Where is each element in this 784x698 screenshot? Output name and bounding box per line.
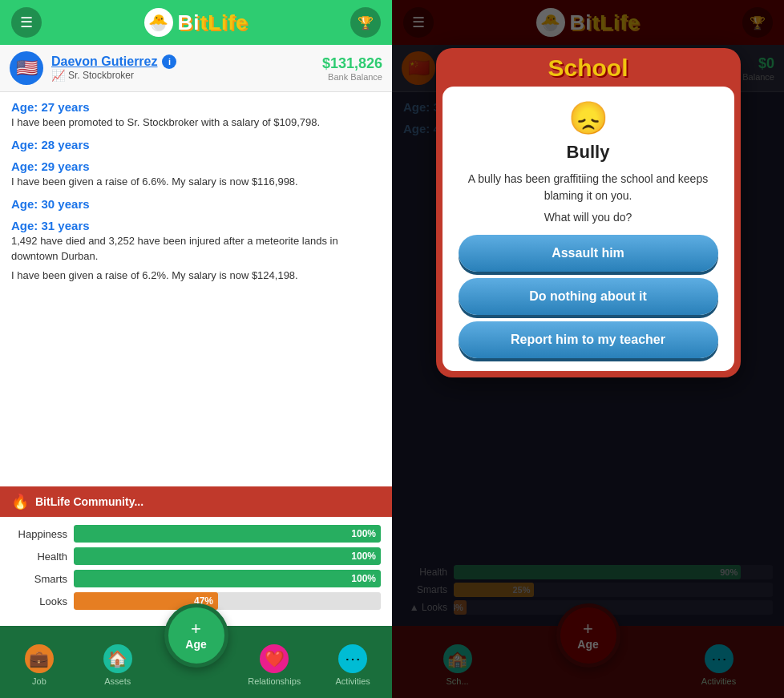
nav-item-assets[interactable]: 🏠 Assets [79,638,157,686]
hamburger-icon: ☰ [20,15,33,30]
stat-row-smarts: Smarts 100% [11,570,381,587]
stat-value-smarts: 100% [351,573,376,584]
left-panel: ☰ 🐣 BitLife 🏆 🇺🇸 Daevon Gutierrez i 📈 Sr… [0,0,392,698]
logo-text-left: BitLife [178,10,249,35]
logo-icon-left: 🐣 [144,8,173,37]
age-button[interactable]: + Age [164,603,228,668]
stat-bar-bg-happiness: 100% [74,525,381,543]
stat-row-happiness: Happiness 100% [11,525,381,543]
bully-question: What will you do? [459,211,718,224]
stat-bar-fill-happiness: 100% [74,525,381,543]
nav-item-job[interactable]: 💼 Job [0,638,79,686]
bottom-nav-left: 💼 Job 🏠 Assets ❤️ Relationships ⋯ Activi… [0,626,392,698]
event-raise-1: I have been given a raise of 6.6%. My sa… [11,175,381,189]
age-30: Age: 30 years [11,197,381,211]
profile-bar-left: 🇺🇸 Daevon Gutierrez i 📈 Sr. Stockbroker … [0,45,392,92]
trophy-button-left[interactable]: 🏆 [350,7,381,38]
stat-bar-bg-health: 100% [74,547,381,565]
stat-bar-fill-health: 100% [74,547,381,565]
life-events-left: Age: 27 years I have been promoted to Sr… [0,92,392,486]
modal-overlay: School 😞 Bully A bully has been graffiti… [392,0,784,698]
stat-bar-bg-smarts: 100% [74,570,381,587]
job-title-left: Sr. Stockbroker [68,70,134,81]
logo-left: 🐣 BitLife [144,8,249,37]
bank-label-left: Bank Balance [322,72,382,82]
trophy-icon-left: 🏆 [358,15,374,30]
profile-info-left: Daevon Gutierrez i 📈 Sr. Stockbroker [51,54,176,82]
report-button[interactable]: Report him to my teacher [459,321,718,358]
age-31: Age: 31 years [11,219,381,232]
job-icon: 💼 [25,644,54,673]
bully-description: A bully has been graffitiing the school … [459,171,718,204]
assets-nav-label: Assets [104,676,131,686]
event-promotion: I have been promoted to Sr. Stockbroker … [11,115,381,130]
character-name-left[interactable]: Daevon Gutierrez [51,54,157,69]
menu-button-left[interactable]: ☰ [11,7,42,38]
modal-title: School [443,54,734,82]
stat-name-health: Health [11,551,67,563]
right-panel: ☰ 🐣 BitLife 🏆 🇨🇳 Wang P'an i Student [392,0,784,698]
age-btn-label: Age [185,638,206,651]
do-nothing-button[interactable]: Do nothing about it [459,278,718,315]
community-label: BitLife Community... [35,495,143,508]
age-28: Age: 28 years [11,138,381,151]
flag-avatar-left: 🇺🇸 [10,51,43,85]
stat-value-happiness: 100% [351,528,376,539]
community-icon: 🔥 [11,493,29,510]
age-29: Age: 29 years [11,159,381,173]
nav-item-activities[interactable]: ⋯ Activities [313,638,392,686]
stat-value-health: 100% [351,551,376,562]
stat-name-looks: Looks [11,595,67,607]
activities-nav-label: Activities [335,676,370,686]
left-header: ☰ 🐣 BitLife 🏆 [0,0,392,45]
community-bar[interactable]: 🔥 BitLife Community... [0,486,392,517]
bank-amount-left: $131,826 [322,55,382,72]
age-27: Age: 27 years [11,100,381,114]
relationships-icon: ❤️ [260,644,289,673]
stat-bar-bg-looks: 47% [74,592,381,610]
modal-inner: 😞 Bully A bully has been graffitiing the… [443,87,734,371]
activities-icon: ⋯ [338,644,367,673]
relationships-nav-label: Relationships [248,676,301,686]
nav-item-relationships[interactable]: ❤️ Relationships [235,638,313,686]
assets-icon: 🏠 [103,644,132,673]
assault-button[interactable]: Assault him [459,235,718,272]
age-plus-icon: + [191,620,201,638]
info-icon-left[interactable]: i [162,54,176,69]
school-modal: School 😞 Bully A bully has been graffiti… [436,48,741,377]
job-nav-label: Job [32,676,46,686]
bully-emoji: 😞 [459,99,718,137]
bully-title: Bully [459,142,718,163]
stat-bar-fill-smarts: 100% [74,570,381,587]
bank-balance-left: $131,826 Bank Balance [322,55,382,82]
stat-row-health: Health 100% [11,547,381,565]
event-meteorite: 1,492 have died and 3,252 have been inju… [11,234,381,263]
stat-name-happiness: Happiness [11,528,67,540]
stat-name-smarts: Smarts [11,573,67,585]
event-raise-2: I have been given a raise of 6.2%. My sa… [11,268,381,283]
job-trend-icon: 📈 [51,69,65,82]
